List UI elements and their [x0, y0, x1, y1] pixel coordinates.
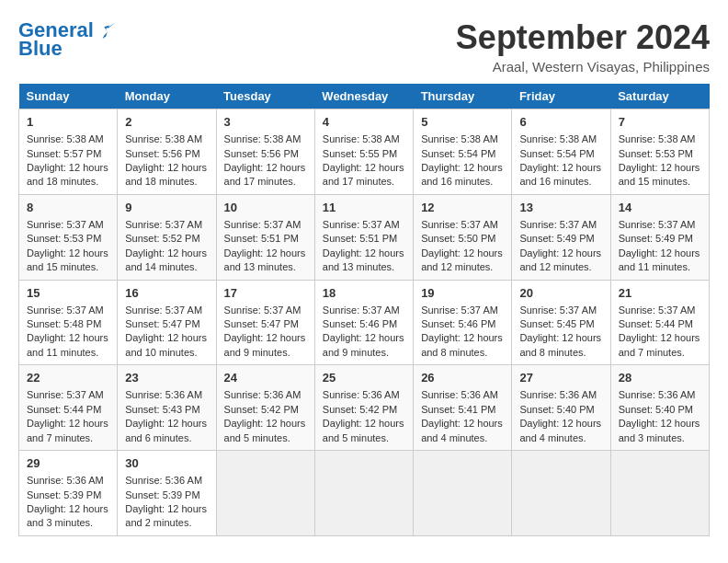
day-info: Sunrise: 5:38 AMSunset: 5:56 PMDaylight:… [224, 133, 306, 187]
column-header-tuesday: Tuesday [216, 84, 314, 109]
day-number: 4 [323, 114, 405, 131]
month-title: September 2024 [456, 18, 710, 57]
calendar-cell: 25Sunrise: 5:36 AMSunset: 5:42 PMDayligh… [314, 365, 413, 451]
calendar-cell [314, 451, 413, 536]
calendar-cell: 2Sunrise: 5:38 AMSunset: 5:56 PMDaylight… [118, 109, 216, 195]
calendar-cell: 4Sunrise: 5:38 AMSunset: 5:55 PMDaylight… [314, 109, 413, 195]
day-info: Sunrise: 5:38 AMSunset: 5:56 PMDaylight:… [125, 133, 207, 187]
calendar-cell: 3Sunrise: 5:38 AMSunset: 5:56 PMDaylight… [216, 109, 314, 195]
day-number: 10 [224, 200, 307, 216]
column-header-monday: Monday [118, 84, 216, 109]
calendar-cell: 21Sunrise: 5:37 AMSunset: 5:44 PMDayligh… [610, 280, 709, 365]
day-info: Sunrise: 5:37 AMSunset: 5:50 PMDaylight:… [421, 219, 503, 272]
calendar-cell: 27Sunrise: 5:36 AMSunset: 5:40 PMDayligh… [512, 365, 610, 451]
calendar-cell: 18Sunrise: 5:37 AMSunset: 5:46 PMDayligh… [314, 280, 413, 365]
calendar-cell: 17Sunrise: 5:37 AMSunset: 5:47 PMDayligh… [216, 280, 314, 365]
day-number: 24 [224, 370, 307, 386]
calendar-cell: 24Sunrise: 5:36 AMSunset: 5:42 PMDayligh… [216, 365, 314, 451]
day-number: 13 [519, 200, 602, 216]
calendar-cell: 22Sunrise: 5:37 AMSunset: 5:44 PMDayligh… [19, 365, 118, 451]
logo-bird-icon [97, 20, 118, 40]
calendar-cell: 1Sunrise: 5:38 AMSunset: 5:57 PMDaylight… [19, 109, 118, 195]
day-info: Sunrise: 5:38 AMSunset: 5:57 PMDaylight:… [27, 133, 108, 187]
calendar-header-row: SundayMondayTuesdayWednesdayThursdayFrid… [19, 84, 710, 109]
calendar-cell: 15Sunrise: 5:37 AMSunset: 5:48 PMDayligh… [19, 280, 118, 365]
calendar-cell: 6Sunrise: 5:38 AMSunset: 5:54 PMDaylight… [512, 109, 610, 195]
day-info: Sunrise: 5:36 AMSunset: 5:42 PMDaylight:… [224, 389, 306, 442]
day-info: Sunrise: 5:37 AMSunset: 5:53 PMDaylight:… [27, 219, 108, 272]
calendar-cell: 19Sunrise: 5:37 AMSunset: 5:46 PMDayligh… [414, 280, 512, 365]
day-number: 3 [224, 114, 307, 131]
day-number: 22 [27, 370, 109, 386]
day-number: 2 [125, 114, 208, 131]
day-info: Sunrise: 5:37 AMSunset: 5:47 PMDaylight:… [125, 304, 207, 358]
calendar-table: SundayMondayTuesdayWednesdayThursdayFrid… [18, 84, 710, 536]
day-info: Sunrise: 5:36 AMSunset: 5:42 PMDaylight:… [323, 389, 404, 442]
day-info: Sunrise: 5:37 AMSunset: 5:45 PMDaylight:… [519, 304, 601, 358]
day-info: Sunrise: 5:37 AMSunset: 5:46 PMDaylight:… [421, 304, 503, 358]
calendar-cell: 30Sunrise: 5:36 AMSunset: 5:39 PMDayligh… [118, 451, 216, 536]
day-number: 28 [619, 370, 701, 386]
calendar-week-row: 29Sunrise: 5:36 AMSunset: 5:39 PMDayligh… [19, 451, 710, 536]
day-number: 27 [519, 370, 602, 386]
calendar-cell: 9Sunrise: 5:37 AMSunset: 5:52 PMDaylight… [118, 194, 216, 280]
day-number: 12 [421, 200, 504, 216]
day-info: Sunrise: 5:37 AMSunset: 5:47 PMDaylight:… [224, 304, 306, 358]
day-info: Sunrise: 5:37 AMSunset: 5:44 PMDaylight:… [619, 304, 700, 358]
column-header-wednesday: Wednesday [314, 84, 413, 109]
day-number: 30 [125, 455, 208, 472]
day-info: Sunrise: 5:37 AMSunset: 5:49 PMDaylight:… [519, 219, 601, 272]
calendar-week-row: 22Sunrise: 5:37 AMSunset: 5:44 PMDayligh… [19, 365, 710, 451]
day-number: 29 [27, 455, 109, 472]
location-title: Araal, Western Visayas, Philippines [456, 59, 710, 75]
day-number: 23 [125, 370, 208, 386]
day-info: Sunrise: 5:37 AMSunset: 5:51 PMDaylight:… [224, 219, 306, 272]
day-info: Sunrise: 5:37 AMSunset: 5:44 PMDaylight:… [27, 389, 108, 442]
calendar-cell: 26Sunrise: 5:36 AMSunset: 5:41 PMDayligh… [414, 365, 512, 451]
calendar-cell: 13Sunrise: 5:37 AMSunset: 5:49 PMDayligh… [512, 194, 610, 280]
day-info: Sunrise: 5:36 AMSunset: 5:40 PMDaylight:… [519, 389, 601, 442]
day-number: 16 [125, 285, 208, 302]
day-number: 17 [224, 285, 307, 302]
day-number: 14 [619, 200, 701, 216]
day-number: 8 [27, 200, 109, 216]
day-number: 6 [519, 114, 602, 131]
calendar-cell [414, 451, 512, 536]
day-info: Sunrise: 5:38 AMSunset: 5:54 PMDaylight:… [519, 133, 601, 187]
calendar-cell: 7Sunrise: 5:38 AMSunset: 5:53 PMDaylight… [610, 109, 709, 195]
day-number: 15 [27, 285, 109, 302]
title-block: September 2024 Araal, Western Visayas, P… [456, 18, 710, 75]
calendar-cell: 16Sunrise: 5:37 AMSunset: 5:47 PMDayligh… [118, 280, 216, 365]
day-info: Sunrise: 5:38 AMSunset: 5:54 PMDaylight:… [421, 133, 503, 187]
day-number: 11 [323, 200, 405, 216]
page-header: General Blue September 2024 Araal, Weste… [18, 18, 710, 75]
day-number: 9 [125, 200, 208, 216]
logo-blue-text: Blue [18, 37, 63, 61]
calendar-cell: 12Sunrise: 5:37 AMSunset: 5:50 PMDayligh… [414, 194, 512, 280]
day-number: 5 [421, 114, 504, 131]
day-info: Sunrise: 5:37 AMSunset: 5:52 PMDaylight:… [125, 219, 207, 272]
day-number: 18 [323, 285, 405, 302]
calendar-week-row: 15Sunrise: 5:37 AMSunset: 5:48 PMDayligh… [19, 280, 710, 365]
calendar-cell: 20Sunrise: 5:37 AMSunset: 5:45 PMDayligh… [512, 280, 610, 365]
day-number: 26 [421, 370, 504, 386]
day-info: Sunrise: 5:36 AMSunset: 5:39 PMDaylight:… [27, 475, 108, 528]
day-number: 19 [421, 285, 504, 302]
calendar-cell: 5Sunrise: 5:38 AMSunset: 5:54 PMDaylight… [414, 109, 512, 195]
day-number: 1 [27, 114, 109, 131]
calendar-cell: 8Sunrise: 5:37 AMSunset: 5:53 PMDaylight… [19, 194, 118, 280]
day-info: Sunrise: 5:37 AMSunset: 5:46 PMDaylight:… [323, 304, 404, 358]
day-info: Sunrise: 5:36 AMSunset: 5:41 PMDaylight:… [421, 389, 503, 442]
day-number: 21 [619, 285, 701, 302]
day-info: Sunrise: 5:37 AMSunset: 5:51 PMDaylight:… [323, 219, 404, 272]
day-info: Sunrise: 5:36 AMSunset: 5:43 PMDaylight:… [125, 389, 207, 442]
day-info: Sunrise: 5:38 AMSunset: 5:55 PMDaylight:… [323, 133, 404, 187]
day-info: Sunrise: 5:36 AMSunset: 5:40 PMDaylight:… [619, 389, 700, 442]
calendar-cell: 14Sunrise: 5:37 AMSunset: 5:49 PMDayligh… [610, 194, 709, 280]
day-info: Sunrise: 5:37 AMSunset: 5:48 PMDaylight:… [27, 304, 108, 358]
column-header-saturday: Saturday [610, 84, 709, 109]
column-header-friday: Friday [512, 84, 610, 109]
calendar-cell: 29Sunrise: 5:36 AMSunset: 5:39 PMDayligh… [19, 451, 118, 536]
day-info: Sunrise: 5:36 AMSunset: 5:39 PMDaylight:… [125, 475, 207, 528]
day-number: 25 [323, 370, 405, 386]
